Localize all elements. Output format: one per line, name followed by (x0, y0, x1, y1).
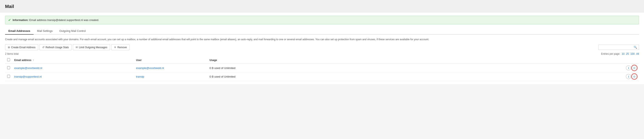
row2-checkbox-cell[interactable] (5, 72, 12, 81)
entries-per-page-label: Entries per page: (601, 52, 620, 55)
row1-usage-cell: 0 B used of Unlimited (208, 64, 624, 72)
banner-text: Information: Email address transip@dates… (12, 18, 99, 22)
items-total: 2 items total (5, 52, 19, 55)
email-sort-arrow: ↑ (33, 59, 34, 62)
row1-checkbox-cell[interactable] (5, 64, 12, 72)
row1-usage-text: 0 B used of Unlimited (210, 66, 236, 70)
limit-outgoing-button[interactable]: ✉ Limit Outgoing Messages (73, 44, 110, 50)
tab-mail-settings[interactable]: Mail Settings (34, 28, 56, 35)
row1-user-cell: example@voorbeeld.nl (134, 64, 208, 72)
search-input[interactable] (600, 46, 634, 49)
table-meta: 2 items total Entries per page: 10 25 10… (5, 52, 639, 55)
row1-actions-cell: ℹ ⚙ (624, 64, 639, 72)
row2-user-link[interactable]: transip (136, 75, 144, 78)
user-column-header: User (134, 57, 208, 64)
tab-outgoing-mail-control[interactable]: Outgoing Mail Control (56, 28, 89, 35)
email-table: Email address ↑ User Usage example@voorb… (5, 57, 639, 81)
limit-outgoing-label: Limit Outgoing Messages (79, 46, 107, 49)
tab-email-addresses[interactable]: Email Addresses (5, 28, 34, 35)
remove-button[interactable]: ✕ Remove (111, 44, 130, 50)
per-page-100[interactable]: 100 (630, 52, 634, 55)
row2-checkbox[interactable] (7, 75, 10, 78)
select-all-header[interactable] (5, 57, 12, 64)
row1-checkbox[interactable] (7, 66, 10, 69)
per-page-10[interactable]: 10 (622, 52, 624, 55)
refresh-stats-button[interactable]: ↺ Refresh Usage Stats (40, 44, 72, 50)
banner-bold: Information: (12, 18, 28, 22)
pagination-info: Entries per page: 10 25 100 All (601, 52, 639, 55)
row1-email-link[interactable]: example@voorbeeld.nl (14, 66, 42, 70)
row2-settings-button[interactable]: ⚙ (632, 74, 637, 79)
row1-action-icons: ℹ ⚙ (626, 65, 637, 70)
table-header-row: Email address ↑ User Usage (5, 57, 639, 64)
row2-usage-text: 0 B used of Unlimited (210, 75, 236, 78)
row2-actions-cell: ℹ ⚙ (624, 72, 639, 81)
envelope-icon: ✉ (76, 46, 78, 49)
tabs-bar: Email Addresses Mail Settings Outgoing M… (5, 28, 639, 35)
remove-label: Remove (117, 46, 127, 49)
row2-usage-cell: 0 B used of Unlimited (208, 72, 624, 81)
refresh-icon: ↺ (42, 46, 44, 49)
row2-email-cell: transip@supporttest.nl (12, 72, 134, 81)
info-banner: ✔ Information: Email address transip@dat… (5, 16, 639, 24)
search-box[interactable]: 🔍 (598, 45, 639, 50)
refresh-stats-label: Refresh Usage Stats (46, 46, 69, 49)
page-title: Mail (5, 4, 639, 9)
row2-info-button[interactable]: ℹ (626, 74, 631, 79)
table-row: transip@supporttest.nl transip 0 B used … (5, 72, 639, 81)
banner-message: Email address transip@datest.supporttest… (29, 18, 99, 22)
row1-settings-button[interactable]: ⚙ (632, 65, 637, 70)
usage-column-header: Usage (208, 57, 624, 64)
row1-email-cell: example@voorbeeld.nl (12, 64, 134, 72)
row2-action-icons: ℹ ⚙ (626, 74, 637, 79)
select-all-checkbox[interactable] (7, 58, 10, 61)
content-area: ✔ Information: Email address transip@dat… (0, 12, 644, 84)
check-icon: ✔ (8, 18, 11, 22)
actions-column-header (624, 57, 639, 64)
row1-user-link[interactable]: example@voorbeeld.nl (136, 66, 164, 70)
row1-info-button[interactable]: ℹ (626, 65, 631, 70)
email-column-header[interactable]: Email address ↑ (12, 57, 134, 64)
row2-email-link[interactable]: transip@supporttest.nl (14, 75, 42, 78)
create-email-icon: ⊕ (8, 46, 10, 49)
table-row: example@voorbeeld.nl example@voorbeeld.n… (5, 64, 639, 72)
page-header: Mail (0, 0, 644, 12)
row2-user-cell: transip (134, 72, 208, 81)
per-page-all[interactable]: All (636, 52, 639, 55)
create-email-label: Create Email Address (11, 46, 36, 49)
create-email-button[interactable]: ⊕ Create Email Address (5, 44, 38, 50)
toolbar: ⊕ Create Email Address ↺ Refresh Usage S… (5, 44, 639, 50)
search-icon: 🔍 (634, 46, 637, 49)
remove-icon: ✕ (114, 46, 116, 49)
description-text: Create and manage email accounts associa… (5, 37, 639, 41)
per-page-25[interactable]: 25 (626, 52, 629, 55)
